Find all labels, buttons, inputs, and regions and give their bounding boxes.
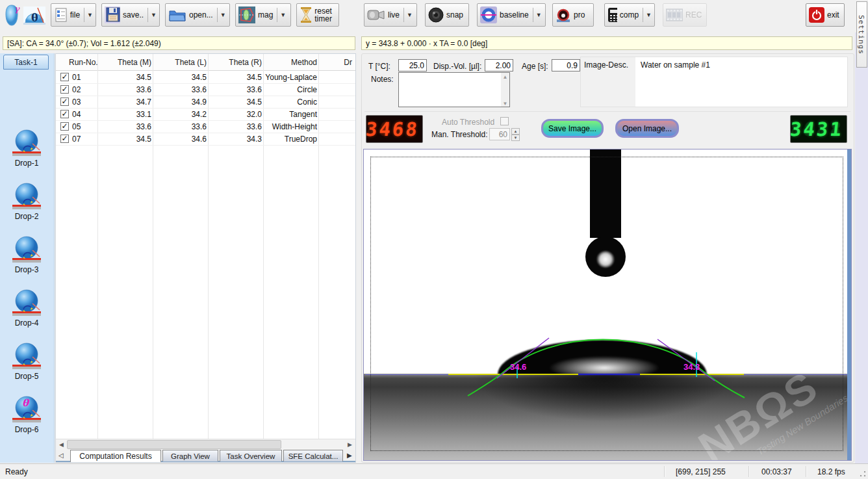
cell-method: Width-Height: [257, 122, 317, 131]
save-button[interactable]: save.. ▼: [101, 3, 160, 27]
threshold-spin-up-icon[interactable]: ▲: [511, 128, 520, 135]
baseline-button[interactable]: baseline ▼: [477, 3, 546, 27]
notes-label: Notes:: [371, 75, 394, 84]
save-floppy-icon: [105, 6, 120, 23]
dispensed-volume-input[interactable]: [485, 59, 513, 71]
save-image-button[interactable]: Save Image...: [541, 119, 604, 138]
tab-task-1[interactable]: Task-1: [3, 55, 49, 70]
cell-theta-r: 34.5: [209, 73, 262, 82]
cell-method: Conic: [257, 97, 317, 107]
open-dropdown-caret[interactable]: ▼: [217, 8, 226, 22]
comp-button[interactable]: comp ▼: [604, 3, 655, 27]
save-dropdown-caret[interactable]: ▼: [147, 8, 157, 22]
selection-rectangle[interactable]: [370, 157, 843, 451]
table-row[interactable]: ✓ 01 34.5 34.5 34.5 Young-Laplace: [56, 71, 355, 84]
cell-run: 07: [72, 135, 81, 144]
cell-run: 04: [72, 110, 81, 119]
comp-dropdown-caret[interactable]: ▼: [643, 8, 652, 22]
scroll-up-icon[interactable]: ▲: [501, 74, 509, 80]
sidebar-item-drop-4[interactable]: Drop-4: [0, 287, 53, 328]
notes-scrollbar[interactable]: ▲▼: [501, 73, 509, 107]
tab-sfe-calculator[interactable]: SFE Calculat...: [283, 450, 343, 461]
cell-run: 02: [72, 85, 81, 94]
app-logo-pendant-drop-gamma-icon: γ: [1, 3, 22, 27]
table-horizontal-scrollbar[interactable]: ◀ ▶: [56, 439, 355, 450]
computation-results-table: Run-No. Theta (M) Theta (L) Theta (R) Me…: [55, 53, 356, 463]
live-dropdown-caret[interactable]: ▼: [403, 8, 413, 22]
scroll-down-icon[interactable]: ▼: [501, 101, 509, 107]
table-row[interactable]: ✓ 02 33.6 33.6 33.6 Circle: [56, 84, 355, 96]
right-angle-seven-segment-display: 8888 3431: [790, 115, 847, 143]
snap-button-label: snap: [446, 10, 463, 19]
tab-settings[interactable]: Settings: [856, 1, 867, 68]
table-row[interactable]: ✓ 04 33.1 34.2 32.0 Tangent: [56, 109, 355, 121]
header-method[interactable]: Method: [264, 58, 317, 67]
live-button[interactable]: live ▼: [364, 3, 417, 27]
sidebar-item-drop-6[interactable]: θ Drop-6: [0, 393, 53, 435]
cell-theta-l: 33.6: [153, 85, 207, 94]
sidebar-item-drop-3[interactable]: Drop-3: [0, 233, 53, 275]
file-button[interactable]: file ▼: [51, 3, 96, 27]
reset-timer-label: reset timer: [314, 7, 336, 23]
manual-threshold-input[interactable]: [489, 128, 510, 140]
header-theta-l[interactable]: Theta (L): [153, 58, 207, 67]
scrollbar-thumb[interactable]: [67, 440, 281, 449]
header-run-no[interactable]: Run-No.: [69, 58, 98, 67]
run-checkbox[interactable]: ✓: [60, 135, 69, 143]
resize-grip[interactable]: [859, 470, 867, 478]
tab-scroll-left-icon[interactable]: ◁: [58, 452, 64, 459]
sidebar-item-drop-5[interactable]: Drop-5: [0, 340, 53, 382]
run-checkbox[interactable]: ✓: [60, 110, 69, 118]
run-checkbox[interactable]: ✓: [60, 85, 69, 94]
snap-button[interactable]: snap: [425, 3, 469, 27]
tab-task-overview[interactable]: Task Overview: [220, 450, 282, 461]
age-input[interactable]: [552, 59, 580, 71]
auto-threshold-checkbox[interactable]: [500, 117, 509, 125]
table-row[interactable]: ✓ 07 34.5 34.6 34.3 TrueDrop: [56, 133, 355, 146]
mag-dropdown-caret[interactable]: ▼: [277, 8, 286, 22]
tab-scroll-right-icon[interactable]: ▶: [347, 452, 352, 459]
baseline-dropdown-caret[interactable]: ▼: [533, 8, 542, 22]
run-checkbox[interactable]: ✓: [60, 73, 69, 81]
image-right-border: [847, 149, 851, 460]
tab-computation-results[interactable]: Computation Results: [70, 450, 161, 462]
temperature-label: T [°C]:: [368, 62, 390, 71]
file-button-label: file: [70, 10, 80, 19]
run-checkbox[interactable]: ✓: [60, 122, 69, 131]
cell-theta-m: 34.5: [98, 73, 151, 82]
run-checkbox[interactable]: ✓: [60, 97, 69, 106]
image-description-panel: Image-Desc. Water on sample #1: [580, 57, 848, 107]
header-theta-r[interactable]: Theta (R): [209, 58, 262, 67]
drop-6-label: Drop-6: [0, 425, 53, 434]
scroll-left-arrow-icon[interactable]: ◀: [56, 439, 67, 450]
header-theta-m[interactable]: Theta (M): [98, 58, 151, 67]
mag-button-label: mag: [258, 10, 273, 19]
file-icon: [54, 7, 68, 23]
reset-timer-button[interactable]: reset timer: [296, 3, 339, 27]
open-button[interactable]: open... ▼: [165, 3, 230, 27]
cell-theta-l: 34.5: [153, 73, 207, 82]
pro-button-label: pro: [574, 10, 585, 19]
header-dr[interactable]: Dr: [321, 58, 352, 67]
image-desc-value[interactable]: Water on sample #1: [641, 60, 710, 70]
tab-graph-view[interactable]: Graph View: [162, 450, 218, 461]
file-dropdown-caret[interactable]: ▼: [84, 8, 93, 22]
notes-textarea[interactable]: [398, 72, 510, 107]
table-row[interactable]: ✓ 05 33.6 33.6 33.6 Width-Height: [56, 121, 355, 133]
scroll-right-arrow-icon[interactable]: ▶: [344, 439, 355, 450]
open-image-button[interactable]: Open Image...: [615, 119, 679, 138]
pro-button[interactable]: pro: [552, 3, 594, 27]
mag-button[interactable]: mag ▼: [235, 3, 291, 27]
temperature-input[interactable]: [398, 59, 427, 71]
save-button-label: save..: [123, 10, 144, 19]
sidebar-item-drop-2[interactable]: Drop-2: [0, 180, 53, 222]
drop-2-label: Drop-2: [0, 212, 53, 221]
threshold-spin-down-icon[interactable]: ▼: [511, 135, 520, 141]
sidebar-item-drop-1[interactable]: Drop-1: [0, 127, 53, 168]
cell-method: TrueDrop: [257, 135, 317, 144]
mag-lens-icon: [238, 6, 255, 23]
side-gutter: [855, 32, 868, 463]
table-row[interactable]: ✓ 03 34.7 34.9 34.5 Conic: [56, 96, 355, 109]
hourglass-icon: [300, 6, 312, 23]
exit-button[interactable]: exit: [806, 3, 845, 27]
